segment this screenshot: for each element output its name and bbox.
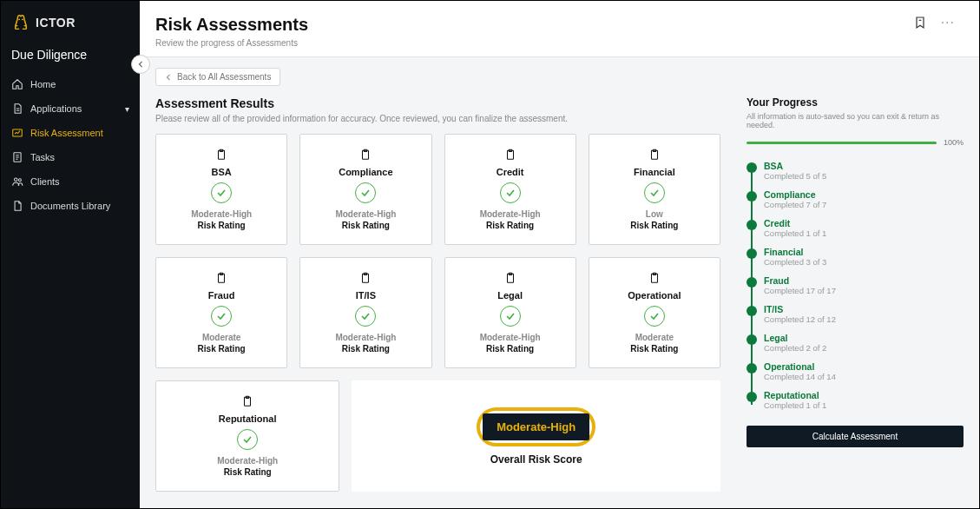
- clipboard-icon: [504, 148, 516, 162]
- progress-item-operational[interactable]: OperationalCompleted 14 of 14: [747, 361, 964, 381]
- timeline-dot-icon: [747, 162, 757, 173]
- risk-rating: Moderate-HighRisk Rating: [480, 208, 541, 231]
- progress-item-status: Completed 14 of 14: [764, 372, 964, 381]
- result-card-compliance[interactable]: ComplianceModerate-HighRisk Rating: [299, 134, 431, 245]
- header: Risk Assessments Review the progress of …: [140, 1, 979, 56]
- progress-item-it-is[interactable]: IT/ISCompleted 12 of 12: [747, 304, 964, 324]
- sidebar-item-label: Applications: [30, 103, 82, 114]
- progress-timeline: BSACompleted 5 of 5ComplianceCompleted 7…: [747, 161, 964, 410]
- card-name: Legal: [497, 290, 523, 301]
- sidebar-item-label: Tasks: [30, 152, 55, 162]
- sidebar-item-clients[interactable]: Clients: [1, 169, 140, 194]
- card-name: Financial: [634, 167, 675, 177]
- sidebar-item-label: Risk Assessment: [30, 128, 103, 138]
- collapse-sidebar-button[interactable]: [131, 55, 150, 74]
- clipboard-icon: [359, 271, 372, 285]
- back-button[interactable]: Back to All Assessments: [155, 68, 280, 86]
- result-card-fraud[interactable]: FraudModerateRisk Rating: [155, 257, 287, 368]
- results-desc: Please review all of the provided inform…: [155, 114, 720, 123]
- risk-rating: ModerateRisk Rating: [630, 332, 678, 354]
- back-button-label: Back to All Assessments: [177, 72, 271, 82]
- risk-rating: Moderate-HighRisk Rating: [480, 332, 541, 354]
- sidebar-item-documents-library[interactable]: Documents Library: [1, 194, 140, 218]
- sidebar-item-label: Clients: [30, 176, 60, 187]
- progress-item-name: IT/IS: [764, 304, 964, 314]
- check-circle-icon: [500, 306, 521, 327]
- clipboard-icon: [215, 148, 227, 162]
- card-name: Fraud: [208, 290, 235, 301]
- timeline-dot-icon: [747, 248, 757, 259]
- result-card-operational[interactable]: OperationalModerateRisk Rating: [589, 257, 720, 368]
- progress-item-status: Completed 1 of 1: [764, 400, 964, 410]
- main: Risk Assessments Review the progress of …: [140, 1, 979, 508]
- clipboard-icon: [504, 271, 516, 285]
- progress-item-name: Credit: [764, 218, 964, 228]
- result-card-it-is[interactable]: IT/ISModerate-HighRisk Rating: [299, 257, 431, 368]
- progress-panel: Your Progress All information is auto-sa…: [747, 96, 964, 492]
- brand-name: ICTOR: [36, 16, 76, 30]
- risk-rating: LowRisk Rating: [630, 208, 678, 231]
- sidebar-item-home[interactable]: Home: [1, 72, 140, 96]
- progress-item-financial[interactable]: FinancialCompleted 3 of 3: [747, 247, 964, 267]
- chevron-down-icon: ▾: [125, 104, 129, 114]
- clipboard-icon: [241, 394, 253, 408]
- svg-point-4: [15, 178, 18, 182]
- sidebar-item-risk-assessment[interactable]: Risk Assessment: [1, 121, 140, 145]
- svg-point-5: [18, 179, 21, 182]
- progress-item-credit[interactable]: CreditCompleted 1 of 1: [747, 218, 964, 238]
- sidebar-item-applications[interactable]: Applications ▾: [1, 96, 140, 121]
- sidebar-item-label: Documents Library: [30, 201, 110, 211]
- result-card-credit[interactable]: CreditModerate-HighRisk Rating: [444, 134, 576, 245]
- result-card-reputational[interactable]: ReputationalModerate-HighRisk Rating: [155, 380, 339, 492]
- check-circle-icon: [355, 182, 376, 203]
- check-circle-icon: [644, 306, 665, 327]
- sidebar-nav: Home Applications ▾ Risk Assessment Task…: [1, 72, 140, 218]
- result-card-legal[interactable]: LegalModerate-HighRisk Rating: [444, 257, 576, 368]
- doc-icon: [11, 102, 23, 115]
- progress-item-legal[interactable]: LegalCompleted 2 of 2: [747, 333, 964, 353]
- progress-item-reputational[interactable]: ReputationalCompleted 1 of 1: [747, 390, 964, 410]
- bookmark-icon[interactable]: [913, 16, 927, 30]
- sidebar: ICTOR Due Diligence Home Applications ▾ …: [1, 1, 140, 508]
- sidebar-item-label: Home: [30, 79, 56, 89]
- risk-rating: Moderate-HighRisk Rating: [335, 332, 396, 354]
- progress-item-name: Legal: [764, 333, 964, 343]
- check-circle-icon: [237, 429, 258, 450]
- progress-item-bsa[interactable]: BSACompleted 5 of 5: [747, 161, 964, 181]
- more-icon[interactable]: ···: [941, 15, 955, 30]
- progress-item-name: Operational: [764, 361, 964, 372]
- progress-item-name: Financial: [764, 247, 964, 257]
- card-name: BSA: [212, 167, 232, 177]
- progress-item-name: Compliance: [764, 189, 964, 200]
- card-name: IT/IS: [356, 290, 376, 301]
- risk-rating: Moderate-HighRisk Rating: [191, 208, 252, 231]
- assessment-icon: [11, 127, 23, 139]
- calculate-button[interactable]: Calculate Assessment: [747, 426, 964, 447]
- timeline-dot-icon: [747, 220, 757, 230]
- content-area: Back to All Assessments Assessment Resul…: [140, 56, 979, 508]
- overall-label: Overall Risk Score: [490, 453, 582, 466]
- result-card-financial[interactable]: FinancialLowRisk Rating: [589, 134, 720, 245]
- result-card-bsa[interactable]: BSAModerate-HighRisk Rating: [155, 134, 287, 245]
- overall-badge-frame: Moderate-High: [477, 407, 595, 446]
- check-circle-icon: [355, 306, 376, 327]
- progress-item-fraud[interactable]: FraudCompleted 17 of 17: [747, 275, 964, 295]
- timeline-dot-icon: [747, 334, 757, 345]
- timeline-dot-icon: [747, 277, 757, 288]
- card-name: Compliance: [339, 167, 392, 177]
- card-name: Credit: [497, 167, 524, 177]
- card-name: Reputational: [219, 413, 277, 424]
- library-icon: [11, 200, 23, 212]
- timeline-dot-icon: [747, 306, 757, 316]
- sidebar-item-tasks[interactable]: Tasks: [1, 145, 140, 169]
- progress-item-compliance[interactable]: ComplianceCompleted 7 of 7: [747, 189, 964, 209]
- overall-score-panel: Moderate-High Overall Risk Score: [352, 380, 720, 492]
- progress-note: All information is auto-saved so you can…: [747, 112, 964, 129]
- clipboard-icon: [648, 271, 661, 285]
- progress-item-status: Completed 2 of 2: [764, 343, 964, 353]
- home-icon: [11, 78, 23, 90]
- progress-bar: 100%: [747, 138, 964, 147]
- progress-item-status: Completed 17 of 17: [764, 286, 964, 295]
- risk-rating: ModerateRisk Rating: [198, 332, 246, 354]
- svg-point-1: [22, 18, 23, 20]
